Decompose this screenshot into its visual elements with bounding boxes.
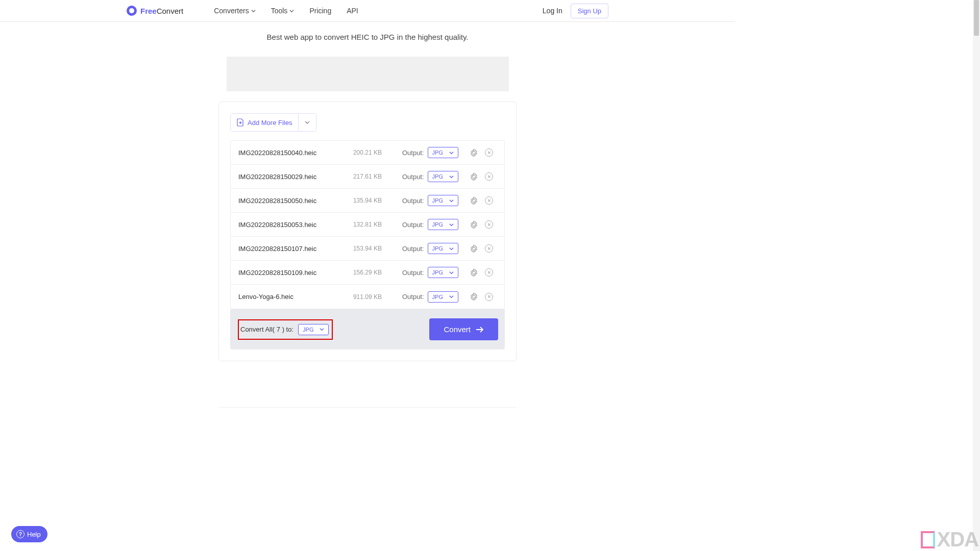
gear-icon <box>470 292 478 301</box>
file-size: 153.94 KB <box>338 245 382 252</box>
chevron-down-icon <box>449 198 454 203</box>
gear-icon <box>470 172 478 181</box>
add-more-dropdown-button[interactable] <box>298 114 316 131</box>
logo-text: FreeConvert <box>140 7 183 15</box>
settings-button[interactable] <box>466 265 481 280</box>
file-output-label: Output: <box>402 293 424 300</box>
settings-button[interactable] <box>466 169 481 184</box>
file-name: IMG20220828150107.heic <box>238 245 338 253</box>
convert-button[interactable]: Convert <box>429 318 498 340</box>
settings-button[interactable] <box>466 289 481 305</box>
convert-all-highlight: Convert All( 7 ) to: JPG <box>238 319 333 340</box>
chevron-down-icon <box>449 270 454 275</box>
file-size: 135.94 KB <box>338 197 382 204</box>
chevron-down-icon <box>449 151 454 155</box>
converter-card: Add More Files IMG20220828150040.heic 20… <box>218 102 517 361</box>
file-row: IMG20220828150029.heic 217.61 KB Output:… <box>231 165 504 189</box>
chevron-down-icon <box>449 174 454 179</box>
gear-icon <box>470 148 478 157</box>
file-row: Lenvo-Yoga-6.heic 911.09 KB Output: JPG … <box>231 285 504 309</box>
chevron-down-icon <box>251 9 256 13</box>
chevron-down-icon <box>320 327 324 332</box>
settings-button[interactable] <box>466 217 481 232</box>
ad-placeholder <box>227 57 509 91</box>
nav-tools[interactable]: Tools <box>271 7 295 15</box>
login-link[interactable]: Log In <box>543 7 562 15</box>
logo-icon <box>127 6 137 16</box>
settings-button[interactable] <box>466 145 481 160</box>
close-icon: ✕ <box>485 244 493 253</box>
file-row: IMG20220828150040.heic 200.21 KB Output:… <box>231 141 504 165</box>
file-format-select[interactable]: JPG <box>428 195 458 206</box>
file-size: 911.09 KB <box>338 293 382 300</box>
chevron-down-icon <box>449 222 454 227</box>
remove-file-button[interactable]: ✕ <box>481 169 497 184</box>
file-size: 156.29 KB <box>338 269 382 276</box>
nav-converters[interactable]: Converters <box>214 7 255 15</box>
file-format-select[interactable]: JPG <box>428 291 458 303</box>
nav-api[interactable]: API <box>347 7 358 15</box>
close-icon: ✕ <box>485 148 493 157</box>
gear-icon <box>470 268 478 277</box>
convert-bar: Convert All( 7 ) to: JPG Convert <box>230 309 505 349</box>
gear-icon <box>470 220 478 229</box>
header-auth: Log In Sign Up <box>543 4 608 18</box>
file-name: IMG20220828150050.heic <box>238 197 338 205</box>
close-icon: ✕ <box>485 196 493 205</box>
remove-file-button[interactable]: ✕ <box>481 145 497 160</box>
add-more-wrap: Add More Files <box>230 113 316 132</box>
remove-file-button[interactable]: ✕ <box>481 289 497 305</box>
header: FreeConvert Converters Tools Pricing API… <box>0 0 735 22</box>
remove-file-button[interactable]: ✕ <box>481 265 497 280</box>
file-size: 200.21 KB <box>338 149 382 156</box>
file-format-select[interactable]: JPG <box>428 267 458 278</box>
settings-button[interactable] <box>466 193 481 208</box>
file-format-select[interactable]: JPG <box>428 171 458 182</box>
file-output-label: Output: <box>402 149 424 157</box>
arrow-right-icon <box>476 327 484 333</box>
chevron-down-icon <box>289 9 294 13</box>
file-output-label: Output: <box>402 269 424 277</box>
file-format-select[interactable]: JPG <box>428 147 458 158</box>
file-format-select[interactable]: JPG <box>428 219 458 230</box>
file-output-label: Output: <box>402 221 424 229</box>
close-icon: ✕ <box>485 172 493 181</box>
convert-all-label: Convert All( 7 ) to: <box>240 325 293 333</box>
nav-pricing[interactable]: Pricing <box>309 7 331 15</box>
file-output-label: Output: <box>402 173 424 181</box>
file-row: IMG20220828150107.heic 153.94 KB Output:… <box>231 237 504 261</box>
file-name: IMG20220828150053.heic <box>238 221 338 229</box>
file-row: IMG20220828150053.heic 132.81 KB Output:… <box>231 213 504 237</box>
close-icon: ✕ <box>485 293 493 301</box>
convert-all-format-select[interactable]: JPG <box>298 324 329 335</box>
file-name: Lenvo-Yoga-6.heic <box>238 293 338 300</box>
file-row: IMG20220828150109.heic 156.29 KB Output:… <box>231 261 504 285</box>
gear-icon <box>470 244 478 253</box>
close-icon: ✕ <box>485 268 493 277</box>
file-row: IMG20220828150050.heic 135.94 KB Output:… <box>231 189 504 213</box>
add-more-files-button[interactable]: Add More Files <box>231 114 298 131</box>
mobile-section: Get it on Mobile <box>218 407 517 413</box>
file-output-label: Output: <box>402 197 424 205</box>
file-name: IMG20220828150029.heic <box>238 173 338 181</box>
file-output-label: Output: <box>402 245 424 253</box>
chevron-down-icon <box>449 294 454 299</box>
gear-icon <box>470 196 478 205</box>
file-plus-icon <box>237 118 244 127</box>
main-nav: Converters Tools Pricing API <box>214 7 543 15</box>
file-name: IMG20220828150040.heic <box>238 149 338 157</box>
page-subtitle: Best web app to convert HEIC to JPG in t… <box>0 33 735 41</box>
signup-button[interactable]: Sign Up <box>571 4 608 18</box>
remove-file-button[interactable]: ✕ <box>481 241 497 256</box>
file-size: 217.61 KB <box>338 173 382 180</box>
close-icon: ✕ <box>485 220 493 229</box>
settings-button[interactable] <box>466 241 481 256</box>
chevron-down-icon <box>449 246 454 251</box>
remove-file-button[interactable]: ✕ <box>481 193 497 208</box>
file-name: IMG20220828150109.heic <box>238 269 338 277</box>
file-size: 132.81 KB <box>338 221 382 228</box>
file-list: IMG20220828150040.heic 200.21 KB Output:… <box>230 140 505 309</box>
brand-logo[interactable]: FreeConvert <box>127 6 183 16</box>
remove-file-button[interactable]: ✕ <box>481 217 497 232</box>
file-format-select[interactable]: JPG <box>428 243 458 254</box>
